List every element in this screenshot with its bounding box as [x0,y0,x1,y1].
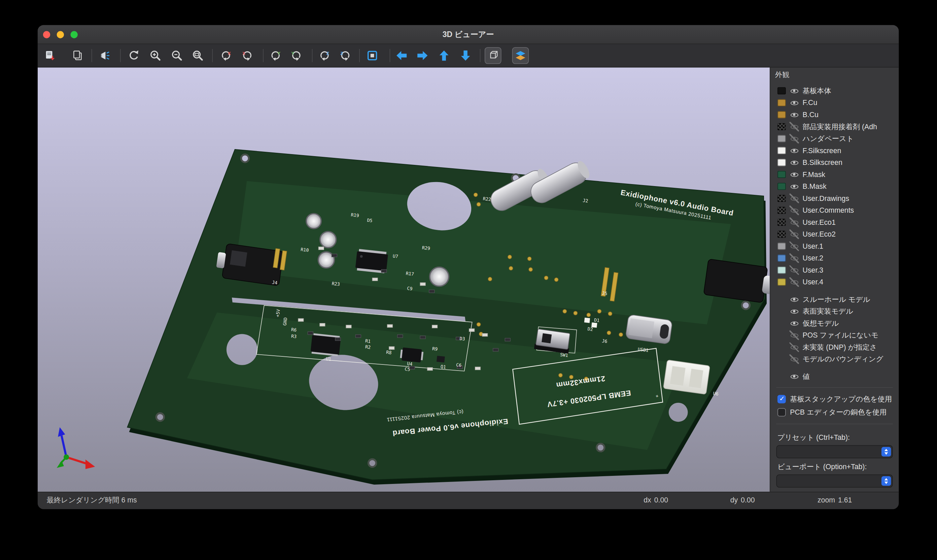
rotate-z-cw-button[interactable]: Z [337,47,354,64]
visibility-eye-icon[interactable] [789,306,799,316]
layer-color-swatch[interactable] [777,183,786,190]
rotate-y-ccw-button[interactable]: Y [267,47,284,64]
layer-row[interactable]: User.3 [771,264,899,276]
render-options-button[interactable] [97,47,114,64]
viewport-select[interactable] [776,474,892,488]
minimize-button[interactable] [57,31,64,38]
copy-image-button[interactable] [69,47,86,64]
layer-row[interactable]: B.Silkscreen [771,157,899,169]
rotate-x-ccw-button[interactable]: X [217,47,234,64]
layer-color-swatch[interactable] [777,207,786,214]
visibility-eye-icon[interactable] [789,229,799,239]
layer-color-swatch[interactable] [777,195,786,202]
layer-color-swatch[interactable] [777,123,786,130]
pan-right-button[interactable] [414,47,431,64]
layer-color-swatch[interactable] [777,278,786,285]
visibility-eye-icon[interactable] [789,122,799,131]
svg-text:J2: J2 [583,198,588,204]
pan-up-button[interactable] [435,47,452,64]
visibility-eye-icon[interactable] [789,86,799,95]
visibility-eye-icon[interactable] [789,182,799,191]
visibility-eye-icon[interactable] [789,294,799,304]
visibility-eye-icon[interactable] [789,146,799,155]
rotate-z-ccw-button[interactable]: Z [316,47,333,64]
layer-color-swatch[interactable] [777,243,786,250]
visibility-eye-icon[interactable] [789,134,799,143]
visibility-eye-icon[interactable] [789,206,799,215]
visibility-eye-icon[interactable] [789,110,799,120]
pan-left-button[interactable] [393,47,410,64]
layer-label: User.Eco1 [803,218,899,226]
zoom-button[interactable] [71,31,78,38]
layer-color-swatch[interactable] [777,266,786,274]
layer-color-swatch[interactable] [777,87,786,94]
visibility-eye-icon[interactable] [789,277,799,287]
refresh-view-button[interactable] [126,47,142,64]
visibility-eye-icon[interactable] [789,158,799,167]
layer-row[interactable]: User.Eco1 [771,216,899,229]
rotate-y-cw-button[interactable]: Y [288,47,305,64]
visibility-eye-icon[interactable] [789,241,799,251]
visibility-eye-icon[interactable] [789,217,799,227]
layer-row[interactable]: User.Comments [771,204,899,216]
layer-row[interactable]: User.4 [771,276,899,288]
stackup-colors-checkbox[interactable] [777,395,786,403]
visibility-eye-icon[interactable] [789,318,799,328]
orthographic-projection-button[interactable] [485,47,502,64]
visibility-eye-icon[interactable] [789,98,799,107]
pcb-editor-copper-label: PCB エディターの銅色を使用 [790,407,886,417]
model-row[interactable]: 表面実装モデル [771,305,899,317]
3d-viewport[interactable]: Exidiophone v6.0 Audio Board (c) Tomoya … [38,68,770,492]
layer-color-swatch[interactable] [777,147,786,154]
layer-row[interactable]: 部品実装用接着剤 (Adh [771,121,899,133]
layer-row[interactable]: B.Cu [771,109,899,121]
layer-row[interactable]: User.2 [771,252,899,264]
visibility-eye-icon[interactable] [789,342,799,352]
layer-row[interactable]: User.1 [771,240,899,252]
appearance-panel-button[interactable] [512,47,529,64]
pcb-editor-copper-option[interactable]: PCB エディターの銅色を使用 [771,406,899,419]
visibility-eye-icon[interactable] [789,372,799,381]
layer-color-swatch[interactable] [777,135,786,142]
visibility-eye-icon[interactable] [789,354,799,364]
visibility-eye-icon[interactable] [789,254,799,263]
center-view-button[interactable] [364,47,381,64]
layer-color-swatch[interactable] [777,219,786,226]
zoom-to-fit-button[interactable] [189,47,206,64]
layer-color-swatch[interactable] [777,99,786,106]
layer-color-swatch[interactable] [777,231,786,238]
layer-row[interactable]: B.Mask [771,180,899,192]
values-row[interactable]: 値 [771,371,899,383]
layer-row[interactable]: User.Drawings [771,192,899,205]
pcb-editor-copper-checkbox[interactable] [777,408,786,417]
layer-color-swatch[interactable] [777,171,786,178]
model-row[interactable]: 未実装 (DNP) が指定さ [771,341,899,353]
zoom-out-button[interactable] [169,47,185,64]
visibility-eye-icon[interactable] [789,331,799,340]
rotate-x-cw-button[interactable]: X [239,47,256,64]
layer-color-swatch[interactable] [777,159,786,166]
model-row[interactable]: 仮想モデル [771,317,899,329]
layer-row[interactable]: 基板本体 [771,85,899,97]
layer-label: F.Silkscreen [803,146,899,155]
layer-row[interactable]: F.Cu [771,97,899,109]
layer-row[interactable]: F.Silkscreen [771,145,899,157]
model-row[interactable]: POS ファイルにないモ [771,329,899,341]
layer-row[interactable]: User.Eco2 [771,228,899,240]
visibility-eye-icon[interactable] [789,194,799,203]
zoom-in-button[interactable] [147,47,164,64]
preset-select[interactable] [776,445,892,458]
model-row[interactable]: スルーホール モデル [771,294,899,306]
pan-down-button[interactable] [457,47,474,64]
title-bar[interactable]: 3D ビューアー [38,25,899,45]
stackup-colors-option[interactable]: 基板スタックアップの色を使用 [771,393,899,406]
close-button[interactable] [43,31,50,38]
layer-row[interactable]: ハンダペースト [771,132,899,145]
layer-color-swatch[interactable] [777,254,786,262]
model-row[interactable]: モデルのバウンディング [771,353,899,365]
layer-color-swatch[interactable] [777,111,786,118]
export-image-button[interactable] [42,47,58,64]
visibility-eye-icon[interactable] [789,265,799,275]
visibility-eye-icon[interactable] [789,169,799,179]
layer-row[interactable]: F.Mask [771,169,899,181]
